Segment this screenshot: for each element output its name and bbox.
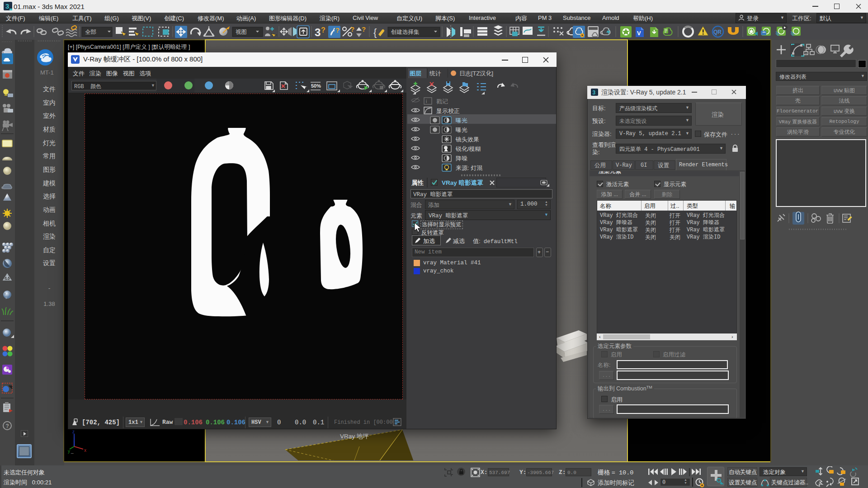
svg-text:z: z [72,429,75,434]
svg-text:创建选择集: 创建选择集 [391,29,420,35]
svg-text:3: 3 [593,89,596,96]
svg-text:3: 3 [5,2,9,10]
svg-text:来源: 灯混: 来源: 灯混 [456,164,482,171]
svg-text:3: 3 [315,26,321,38]
svg-text:y: y [68,449,70,454]
svg-text:曝光: 曝光 [456,127,467,133]
svg-text:?: ? [362,25,366,33]
svg-text:QR: QR [713,29,722,35]
svg-text:锐化/模糊: 锐化/模糊 [455,145,481,152]
svg-text:镜头效果: 镜头效果 [455,136,479,143]
svg-text:?: ? [335,26,340,34]
svg-text:x: x [84,448,86,453]
svg-text:戳记: 戳记 [436,98,448,105]
svg-text:视图: 视图 [236,29,247,35]
svg-text:V: V [637,30,641,37]
svg-text:_: _ [71,449,74,454]
svg-text:?: ? [321,26,326,34]
svg-text:显示校正: 显示校正 [436,108,460,114]
svg-text:全部: 全部 [85,29,96,35]
svg-text:曝光: 曝光 [456,117,467,124]
svg-text:VRay 地坪: VRay 地坪 [340,433,369,440]
svg-text:50%: 50% [311,83,321,89]
svg-text:?: ? [350,25,354,33]
svg-text:i: i [426,99,427,104]
svg-text:降噪: 降噪 [456,155,467,162]
svg-text:?: ? [6,423,9,429]
svg-text:{: { [373,27,377,38]
